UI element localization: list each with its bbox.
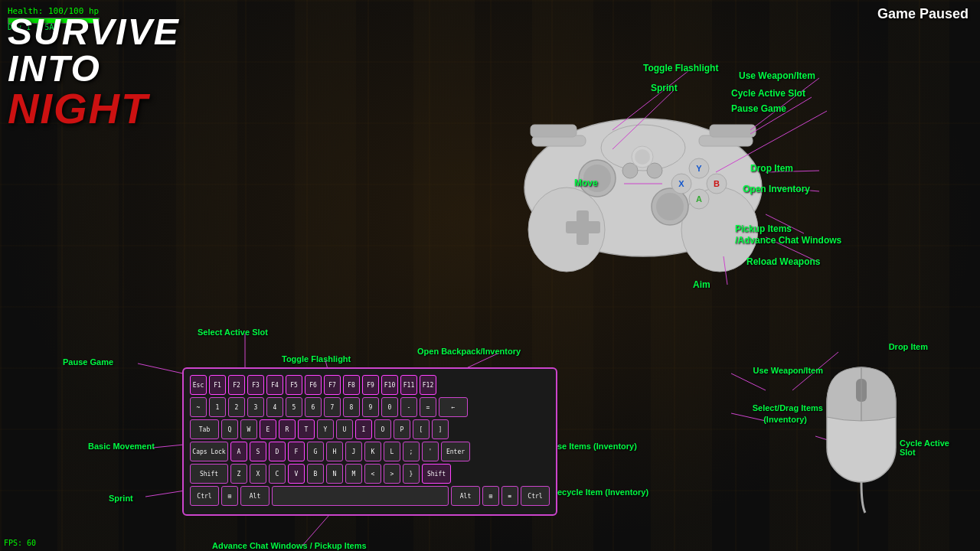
- key-minus[interactable]: -: [400, 397, 417, 417]
- mouse-label-select-drag: Select/Drag Items: [753, 403, 823, 412]
- key-a[interactable]: A: [230, 442, 247, 461]
- ctrl-label-cycle-active-slot: Cycle Active Slot: [731, 88, 805, 99]
- key-f11[interactable]: F11: [400, 375, 417, 395]
- ctrl-label-aim: Aim: [693, 279, 710, 290]
- ctrl-label-toggle-flashlight: Toggle Flashlight: [643, 63, 718, 73]
- mouse-label-select-drag-inv: (Inventory): [763, 415, 807, 424]
- key-m[interactable]: M: [345, 464, 362, 484]
- key-alt-left[interactable]: Alt: [240, 486, 270, 506]
- key-6[interactable]: 6: [305, 397, 322, 417]
- svg-rect-9: [566, 221, 600, 233]
- key-f12[interactable]: F12: [420, 375, 436, 395]
- key-slash[interactable]: }: [403, 464, 420, 484]
- game-logo: SURVIVE INTO NIGHT: [8, 14, 214, 129]
- key-win-right[interactable]: ⊞: [482, 486, 499, 506]
- key-equals[interactable]: =: [420, 397, 436, 417]
- keyboard: Esc F1 F2 F3 F4 F5 F6 F7 F8 F9 F10 F11 F…: [182, 367, 557, 516]
- kb-label-use-items: Use Items (Inventory): [551, 442, 637, 451]
- key-backspace[interactable]: ←: [439, 397, 468, 417]
- key-8[interactable]: 8: [343, 397, 360, 417]
- key-alt-right[interactable]: Alt: [451, 486, 480, 506]
- key-f5[interactable]: F5: [286, 375, 302, 395]
- key-j[interactable]: J: [345, 442, 362, 461]
- key-esc[interactable]: Esc: [190, 375, 207, 395]
- key-7[interactable]: 7: [324, 397, 341, 417]
- key-shift-left[interactable]: Shift: [190, 464, 228, 484]
- key-f3[interactable]: F3: [247, 375, 264, 395]
- key-d[interactable]: D: [269, 442, 286, 461]
- kb-label-advance-chat-pickup: Advance Chat Windows / Pickup Items: [212, 541, 367, 550]
- key-y[interactable]: Y: [317, 419, 334, 439]
- key-comma[interactable]: <: [364, 464, 381, 484]
- key-0[interactable]: 0: [381, 397, 398, 417]
- ctrl-label-sprint: Sprint: [651, 83, 678, 93]
- key-k[interactable]: K: [364, 442, 381, 461]
- key-space[interactable]: [272, 486, 449, 506]
- key-f7[interactable]: F7: [324, 375, 341, 395]
- key-9[interactable]: 9: [362, 397, 379, 417]
- key-f4[interactable]: F4: [266, 375, 283, 395]
- key-1[interactable]: 1: [209, 397, 226, 417]
- key-b[interactable]: B: [307, 464, 324, 484]
- key-f6[interactable]: F6: [305, 375, 322, 395]
- key-q[interactable]: Q: [221, 419, 238, 439]
- key-lbracket[interactable]: [: [413, 419, 430, 439]
- key-enter[interactable]: Enter: [441, 442, 470, 461]
- key-p[interactable]: P: [394, 419, 410, 439]
- key-r[interactable]: R: [279, 419, 296, 439]
- key-capslock[interactable]: Caps Lock: [190, 442, 228, 461]
- key-tab[interactable]: Tab: [190, 419, 219, 439]
- key-ctrl-left[interactable]: Ctrl: [190, 486, 219, 506]
- key-quote[interactable]: ': [422, 442, 439, 461]
- keyboard-container: Esc F1 F2 F3 F4 F5 F6 F7 F8 F9 F10 F11 F…: [182, 367, 557, 516]
- svg-text:A: A: [696, 194, 702, 204]
- key-l[interactable]: L: [384, 442, 400, 461]
- key-w[interactable]: W: [240, 419, 257, 439]
- kb-label-recycle-item: Recycle Item (Inventory): [551, 487, 648, 497]
- key-5[interactable]: 5: [286, 397, 302, 417]
- key-semicolon[interactable]: ;: [403, 442, 420, 461]
- key-o[interactable]: O: [374, 419, 391, 439]
- key-rbracket[interactable]: ]: [432, 419, 449, 439]
- key-g[interactable]: G: [307, 442, 324, 461]
- key-h[interactable]: H: [326, 442, 343, 461]
- key-row-qwerty: Tab Q W E R T Y U I O P [ ]: [190, 419, 550, 439]
- key-3[interactable]: 3: [247, 397, 264, 417]
- fps-counter: FPS: 60: [4, 539, 36, 547]
- ctrl-label-pause-game: Pause Game: [731, 103, 786, 114]
- ctrl-label-reload-weapons: Reload Weapons: [746, 256, 820, 267]
- key-v[interactable]: V: [288, 464, 305, 484]
- key-win-left[interactable]: ⊞: [221, 486, 238, 506]
- key-f1[interactable]: F1: [209, 375, 226, 395]
- key-f[interactable]: F: [288, 442, 305, 461]
- key-tilde[interactable]: ~: [190, 397, 207, 417]
- key-z[interactable]: Z: [230, 464, 247, 484]
- key-e[interactable]: E: [260, 419, 276, 439]
- key-s[interactable]: S: [250, 442, 266, 461]
- key-f8[interactable]: F8: [343, 375, 360, 395]
- key-c[interactable]: C: [269, 464, 286, 484]
- key-f10[interactable]: F10: [381, 375, 398, 395]
- logo-into: INTO: [8, 51, 214, 87]
- key-period[interactable]: >: [384, 464, 400, 484]
- key-2[interactable]: 2: [228, 397, 245, 417]
- svg-point-17: [635, 149, 650, 165]
- key-u[interactable]: U: [336, 419, 353, 439]
- key-ctrl-right[interactable]: Ctrl: [521, 486, 550, 506]
- kb-label-pause-game: Pause Game: [63, 357, 113, 367]
- key-f2[interactable]: F2: [228, 375, 245, 395]
- kb-label-toggle-flashlight: Toggle Flashlight: [282, 354, 351, 364]
- key-f9[interactable]: F9: [362, 375, 379, 395]
- mouse-label-drop-item: Drop Item: [889, 342, 928, 351]
- key-x[interactable]: X: [250, 464, 266, 484]
- key-row-asdf: Caps Lock A S D F G H J K L ; ' Enter: [190, 442, 550, 461]
- key-shift-right[interactable]: Shift: [422, 464, 451, 484]
- kb-label-open-backpack: Open Backpack/Inventory: [417, 347, 521, 356]
- key-menu[interactable]: ≡: [501, 486, 518, 506]
- key-4[interactable]: 4: [266, 397, 283, 417]
- key-i[interactable]: I: [355, 419, 372, 439]
- key-t[interactable]: T: [298, 419, 315, 439]
- key-n[interactable]: N: [326, 464, 343, 484]
- ctrl-label-open-inventory: Open Inventory: [743, 184, 810, 194]
- ctrl-label-move: Move: [574, 178, 598, 188]
